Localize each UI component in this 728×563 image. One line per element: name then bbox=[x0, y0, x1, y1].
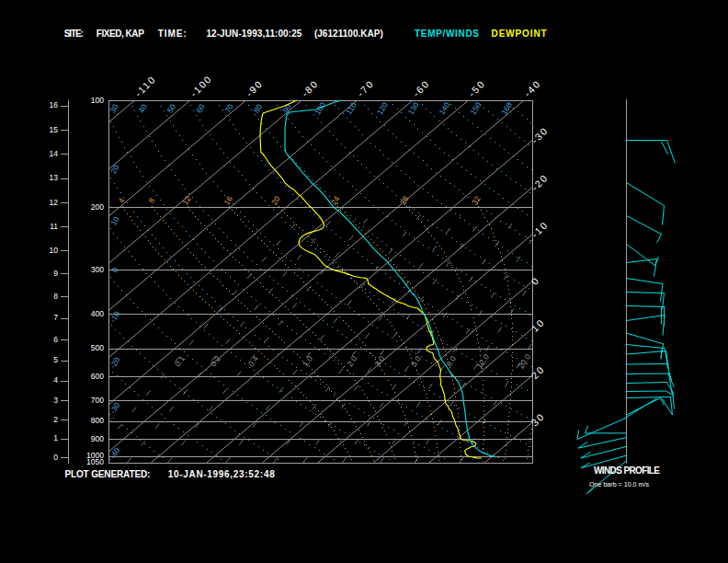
svg-text:FIXED, KAP: FIXED, KAP bbox=[97, 29, 144, 39]
svg-text:3: 3 bbox=[53, 396, 58, 405]
svg-text:700: 700 bbox=[91, 396, 104, 405]
svg-text:12-JUN-1993,11:00:25: 12-JUN-1993,11:00:25 bbox=[206, 29, 301, 39]
svg-text:500: 500 bbox=[91, 343, 104, 352]
svg-text:SITE:: SITE: bbox=[64, 29, 84, 39]
svg-text:7: 7 bbox=[53, 313, 58, 322]
svg-text:1050: 1050 bbox=[86, 457, 104, 466]
svg-text:DEWPOINT: DEWPOINT bbox=[492, 29, 547, 39]
svg-text:12: 12 bbox=[50, 198, 59, 207]
svg-text:10: 10 bbox=[50, 246, 59, 255]
svg-text:TEMP/WINDS: TEMP/WINDS bbox=[415, 29, 479, 39]
svg-text:(J6121100.KAP): (J6121100.KAP) bbox=[314, 29, 383, 39]
svg-text:15: 15 bbox=[50, 125, 59, 134]
svg-text:300: 300 bbox=[91, 265, 104, 274]
svg-text:100: 100 bbox=[91, 96, 104, 105]
svg-text:14: 14 bbox=[50, 149, 59, 158]
svg-text:WINDS PROFILE: WINDS PROFILE bbox=[594, 465, 660, 476]
svg-text:0: 0 bbox=[53, 453, 58, 462]
svg-text:6: 6 bbox=[53, 335, 58, 344]
svg-text:2: 2 bbox=[53, 415, 58, 424]
svg-text:10-JAN-1996,23:52:48: 10-JAN-1996,23:52:48 bbox=[168, 469, 275, 479]
svg-text:PLOT GENERATED:: PLOT GENERATED: bbox=[64, 469, 150, 479]
svg-text:200: 200 bbox=[91, 202, 104, 212]
svg-text:1: 1 bbox=[53, 433, 58, 442]
svg-text:400: 400 bbox=[91, 309, 104, 318]
svg-text:11: 11 bbox=[50, 222, 58, 231]
svg-text:800: 800 bbox=[91, 416, 104, 425]
svg-text:5: 5 bbox=[53, 355, 58, 364]
svg-text:900: 900 bbox=[91, 434, 104, 443]
svg-text:9: 9 bbox=[53, 269, 58, 278]
svg-text:One barb = 10.0 m/s: One barb = 10.0 m/s bbox=[589, 481, 650, 488]
svg-text:4: 4 bbox=[53, 375, 58, 385]
svg-text:8: 8 bbox=[53, 292, 58, 301]
svg-text:13: 13 bbox=[50, 173, 59, 182]
svg-text:16: 16 bbox=[50, 100, 59, 109]
svg-text:TIME:: TIME: bbox=[158, 29, 187, 39]
svg-text:600: 600 bbox=[91, 372, 104, 381]
